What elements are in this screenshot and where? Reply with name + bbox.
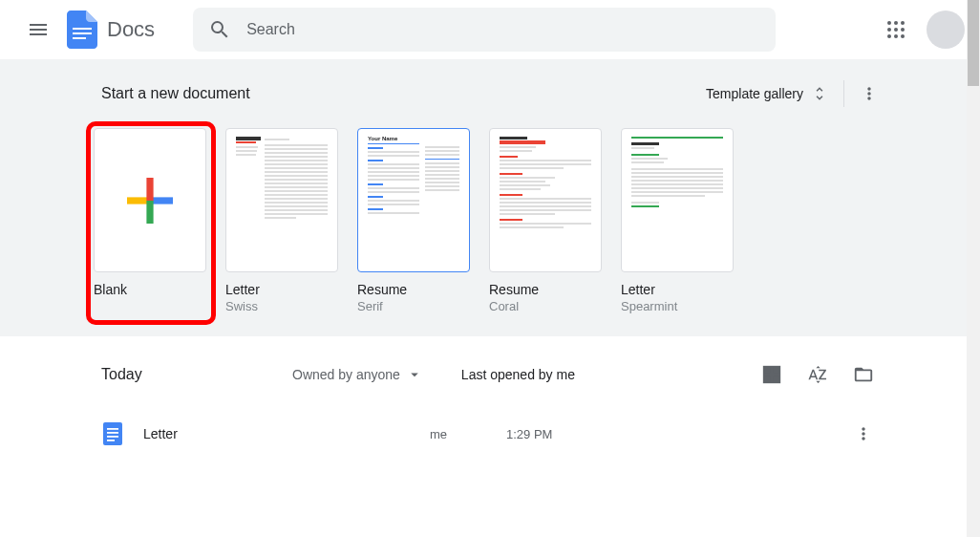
svg-point-10 <box>894 34 898 38</box>
svg-rect-21 <box>107 428 118 430</box>
more-vert-icon <box>854 424 873 443</box>
doc-name: Letter <box>143 426 430 441</box>
template-sub: Coral <box>489 299 602 313</box>
template-name: Letter <box>225 282 338 297</box>
template-thumb-blank <box>94 128 206 272</box>
svg-rect-12 <box>127 197 150 204</box>
divider <box>843 80 844 107</box>
templates-more-button[interactable] <box>852 76 886 111</box>
svg-rect-24 <box>107 440 115 441</box>
doc-more-button[interactable] <box>848 419 879 449</box>
template-sub: Swiss <box>225 299 338 313</box>
template-name: Blank <box>94 282 206 297</box>
open-file-picker-button[interactable] <box>848 359 879 390</box>
arrow-dropdown-icon <box>406 366 423 383</box>
scrollbar-thumb[interactable] <box>968 0 979 86</box>
templates-title: Start a new document <box>101 85 250 102</box>
menu-icon <box>27 18 50 41</box>
template-blank[interactable]: Blank <box>94 128 206 313</box>
svg-rect-15 <box>146 201 153 224</box>
template-thumb: Your Name <box>357 128 470 272</box>
search-input[interactable] <box>246 21 760 38</box>
svg-rect-23 <box>107 436 118 438</box>
svg-point-6 <box>887 28 891 32</box>
app-title: Docs <box>107 17 155 42</box>
svg-rect-1 <box>73 32 92 34</box>
owner-filter-label: Owned by anyone <box>292 367 400 382</box>
main-menu-button[interactable] <box>15 7 61 53</box>
template-letter-spearmint[interactable]: Letter Spearmint <box>621 128 734 313</box>
svg-rect-14 <box>146 178 153 201</box>
template-gallery-button[interactable]: Template gallery <box>698 79 836 108</box>
plus-icon <box>127 178 173 224</box>
template-thumb <box>621 128 734 272</box>
template-thumb <box>489 128 602 272</box>
search-box[interactable] <box>193 8 776 52</box>
scrollbar[interactable] <box>967 0 980 537</box>
apps-grid-icon <box>886 20 905 39</box>
sort-options-button[interactable] <box>802 359 833 390</box>
folder-icon <box>853 364 874 385</box>
doc-row[interactable]: Letter me 1:29 PM <box>94 407 886 461</box>
list-section-title: Today <box>101 366 292 383</box>
header-right <box>877 11 965 49</box>
doc-time: 1:29 PM <box>506 427 621 441</box>
more-vert-icon <box>860 84 879 103</box>
templates-section: Start a new document Template gallery <box>0 59 980 336</box>
svg-rect-13 <box>150 197 173 204</box>
account-avatar[interactable] <box>927 11 965 49</box>
svg-point-3 <box>887 21 891 25</box>
grid-view-button[interactable] <box>756 359 787 390</box>
docs-file-icon <box>101 422 124 445</box>
svg-point-9 <box>887 34 891 38</box>
svg-point-11 <box>901 34 905 38</box>
docs-app-icon <box>65 12 99 47</box>
list-header: Today Owned by anyone Last opened by me <box>94 359 886 390</box>
sort-az-icon <box>807 364 828 385</box>
templates-header: Start a new document Template gallery <box>94 76 886 111</box>
svg-rect-22 <box>107 432 118 434</box>
docs-list-section: Today Owned by anyone Last opened by me <box>94 336 886 461</box>
svg-point-8 <box>901 28 905 32</box>
docs-logo[interactable]: Docs <box>65 12 155 47</box>
doc-owner: me <box>430 427 506 441</box>
template-resume-coral[interactable]: Resume Coral <box>489 128 602 313</box>
unfold-icon <box>811 85 828 102</box>
svg-rect-0 <box>73 28 92 30</box>
owner-filter-dropdown[interactable]: Owned by anyone <box>292 366 423 383</box>
template-name: Resume <box>357 282 470 297</box>
sort-label[interactable]: Last opened by me <box>461 367 575 382</box>
app-header: Docs <box>0 0 980 59</box>
templates-row: Blank <box>94 128 886 313</box>
svg-rect-20 <box>103 422 122 445</box>
grid-view-icon <box>761 364 782 385</box>
template-letter-swiss[interactable]: Letter Swiss <box>225 128 338 313</box>
template-resume-serif[interactable]: Your Name <box>357 128 470 313</box>
svg-point-5 <box>901 21 905 25</box>
template-sub: Spearmint <box>621 299 734 313</box>
template-name: Resume <box>489 282 602 297</box>
svg-point-4 <box>894 21 898 25</box>
svg-rect-2 <box>73 37 86 39</box>
google-apps-button[interactable] <box>877 11 915 49</box>
template-sub: Serif <box>357 299 470 313</box>
search-icon <box>208 18 231 41</box>
template-thumb <box>225 128 338 272</box>
svg-point-7 <box>894 28 898 32</box>
template-name: Letter <box>621 282 734 297</box>
list-actions <box>756 359 879 390</box>
template-gallery-label: Template gallery <box>706 86 803 101</box>
